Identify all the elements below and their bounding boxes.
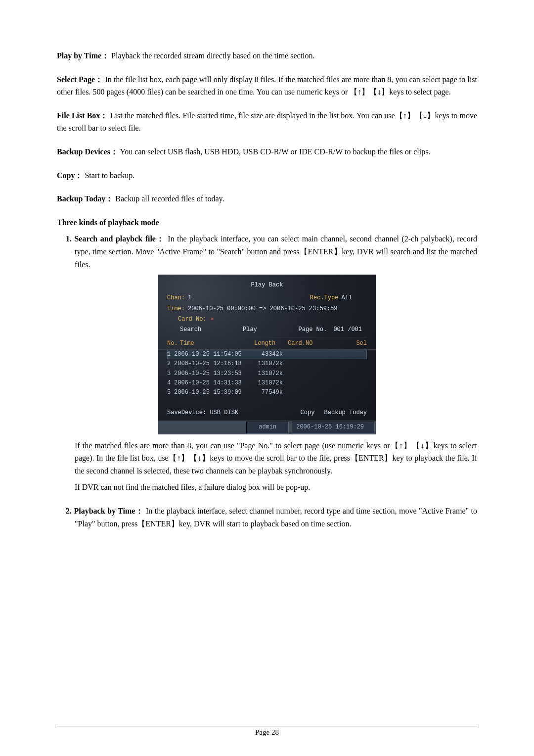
para-play-by-time: Play by Time： Playback the recorded stre… [57,49,477,62]
para-copy: Copy： Start to backup. [57,169,477,182]
ss-play-button[interactable]: Play [243,325,257,334]
para-file-list-box: File List Box： List the matched files. F… [57,109,477,135]
para-select-page: Select Page： In the file list box, each … [57,73,477,98]
ss-pageno-total: /001 [348,326,362,333]
ss-savedevice[interactable]: SaveDevice: USB DISK [167,408,238,418]
table-row[interactable]: 5 2006-10-25 15:39:09 77549k [167,388,367,397]
heading-three-kinds: Three kinds of playback mode [57,216,477,229]
text-play-by-time: Playback the recorded stream directly ba… [111,51,314,60]
item-1-label: 1. Search and playbck file： [66,235,165,243]
text-copy: Start to backup. [85,171,134,180]
after-ss-para-2: If DVR can not find the matched files, a… [66,481,477,494]
ss-row-actions: Search Play Page No. 001 /001 [158,325,376,335]
ss-status-bar: admin 2006-10-25 16:19:29 [158,421,376,434]
after-ss-para-1: If the matched files are more than 8, yo… [66,439,477,477]
ss-status-user: admin [246,422,289,433]
text-backup-today: Backup all recorded files of today. [115,194,224,203]
label-file-list-box: File List Box： [57,111,108,120]
table-row[interactable]: 1 2006-10-25 11:54:05 43342k [167,350,367,359]
para-backup-devices: Backup Devices： You can select USB flash… [57,145,477,158]
ss-pageno-current: 001 [333,326,344,333]
ss-pageno-group[interactable]: Page No. 001 /001 [299,325,362,334]
col-time: Time [180,339,254,348]
ss-time-label: Time: [167,304,185,314]
text-backup-devices: You can select USB flash, USB HDD, USB C… [120,147,430,156]
col-length: Length [254,339,288,348]
item-1: 1. Search and playbck file： In the playb… [66,233,477,271]
label-backup-today: Backup Today： [57,194,113,203]
ss-rectype-value[interactable]: All [341,293,352,303]
ss-copy-button[interactable]: Copy [301,409,315,416]
ss-time-range[interactable]: 2006-10-25 00:00:00 => 2006-10-25 23:59:… [188,304,337,314]
label-play-by-time: Play by Time： [57,51,109,60]
ss-search-button[interactable]: Search [180,325,201,334]
ss-rectype-label: Rec.Type [310,293,339,303]
ss-savedevice-label: SaveDevice: [167,409,206,416]
ss-table-header: No. Time Length Card.NO Sel [158,337,376,350]
ss-chan-label: Chan: [167,293,185,303]
ss-file-table: 1 2006-10-25 11:54:05 43342k 2 2006-10-2… [158,350,376,403]
ss-row-chan-rectype: Chan: 1 Rec.Type All [158,293,376,303]
para-backup-today: Backup Today： Backup all recorded files … [57,192,477,205]
ss-status-time: 2006-10-25 16:19:29 [292,422,375,433]
col-sel: Sel [325,339,367,348]
ss-row-cardno: Card No: ✕ [158,314,376,325]
col-no: No. [167,339,180,348]
label-backup-devices: Backup Devices： [57,147,118,156]
label-select-page: Select Page： [57,75,103,84]
text-file-list-box: List the matched files. File started tim… [57,111,477,133]
ss-title: Play Back [158,280,376,293]
item-2: 2. Playback by Time： In the playback int… [66,505,477,530]
table-row[interactable]: 2 2006-10-25 12:16:18 131072k [167,359,367,369]
col-cardno: Card.NO [288,339,325,348]
footer-page-number: Page 28 [0,726,534,738]
ss-row-time: Time: 2006-10-25 00:00:00 => 2006-10-25 … [158,304,376,314]
table-row[interactable]: 4 2006-10-25 14:31:33 131072k [167,378,367,388]
table-row[interactable]: 3 2006-10-25 13:23:53 131072k [167,369,367,378]
label-copy: Copy： [57,171,83,180]
text-select-page: In the file list box, each page will onl… [57,75,477,96]
ss-savedevice-value: USB DISK [210,409,238,416]
ss-chan-value[interactable]: 1 [188,293,218,303]
ss-pageno-label: Page No. [299,326,327,333]
ss-cardno-label: Card No: [178,315,207,324]
dvr-playback-screenshot: Play Back Chan: 1 Rec.Type All Time: 200… [158,275,376,434]
ss-backup-today-button[interactable]: Backup Today [324,409,367,416]
item-2-label: 2. Playback by Time： [66,507,143,515]
ss-bottom-row: SaveDevice: USB DISK Copy Backup Today [158,406,376,421]
cardno-disabled-icon[interactable]: ✕ [211,315,214,324]
